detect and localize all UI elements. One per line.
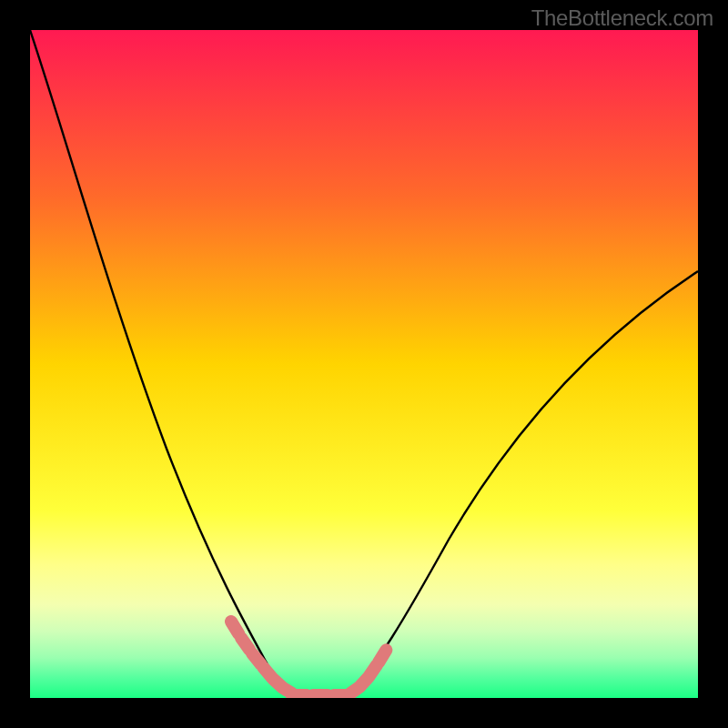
plot-area [30,30,698,698]
curve-left [30,30,283,693]
chart-frame: TheBottleneck.com [0,0,728,728]
curve-right [350,271,698,693]
chart-curves [30,30,698,698]
watermark-text: TheBottleneck.com [531,5,713,31]
marker-band-left [231,622,292,693]
marker-band-right [350,646,389,693]
